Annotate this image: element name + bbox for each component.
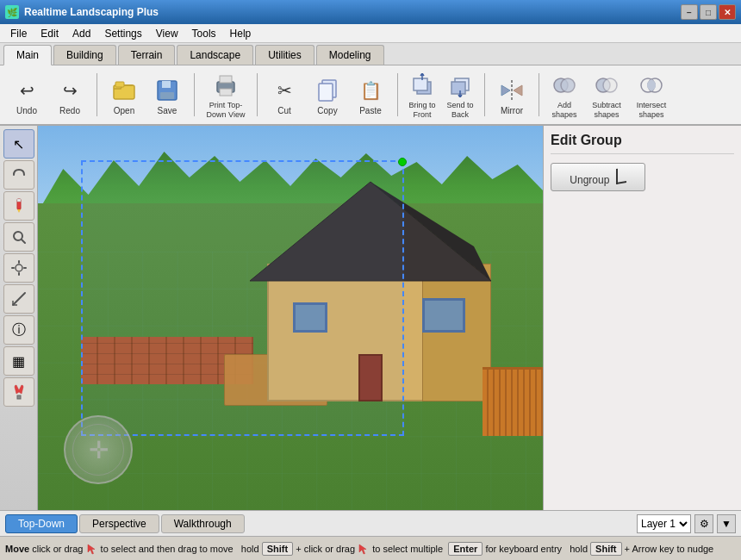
copy-button[interactable]: Copy xyxy=(306,68,349,121)
subtract-shapes-button[interactable]: Subtract shapes xyxy=(584,68,629,121)
subtract-shapes-icon xyxy=(593,72,620,99)
status-text-5: for keyboard entry hold xyxy=(485,544,588,554)
toolbar-group-arrange: Bring to Front Send to Back xyxy=(403,68,479,121)
selection-handle-tr[interactable] xyxy=(398,158,407,166)
shift-key-2: Shift xyxy=(590,542,621,556)
select-tool[interactable]: ↖ xyxy=(3,129,34,159)
toolbar-group-shapes: Add shapes Subtract shapes Intersect sha… xyxy=(545,68,674,121)
cursor-arrow-icon-1 xyxy=(86,543,98,555)
add-shapes-button[interactable]: Add shapes xyxy=(545,68,584,121)
ungroup-label: Ungroup xyxy=(570,174,609,186)
toolbar-sep-4 xyxy=(397,73,398,116)
print-button[interactable]: Print Top-Down View xyxy=(200,68,252,121)
menu-edit[interactable]: Edit xyxy=(34,26,65,41)
ungroup-button[interactable]: Ungroup xyxy=(551,163,645,191)
tab-main[interactable]: Main xyxy=(3,45,52,65)
restore-button[interactable]: □ xyxy=(700,4,717,20)
paste-label: Paste xyxy=(359,106,382,115)
redo-button[interactable]: ↪ Redo xyxy=(48,68,91,121)
view-tabs-bar: Top-Down Perspective Walkthrough Layer 1… xyxy=(0,510,741,536)
tab-bar: Main Building Terrain Landscape Utilitie… xyxy=(0,43,741,65)
cut-button[interactable]: ✂ Cut xyxy=(263,68,306,121)
add-shapes-icon xyxy=(551,72,578,99)
menu-file[interactable]: File xyxy=(3,26,34,41)
compass-arrow: ✛ xyxy=(89,436,109,464)
layer-settings-button[interactable]: ⚙ xyxy=(694,514,713,533)
save-icon xyxy=(153,77,181,104)
toolbar-sep-6 xyxy=(539,73,539,116)
tab-building[interactable]: Building xyxy=(53,45,116,65)
selection-rectangle xyxy=(81,160,404,436)
svg-rect-28 xyxy=(17,395,21,399)
send-to-back-label: Send to Back xyxy=(443,101,477,120)
menu-view[interactable]: View xyxy=(149,26,185,41)
copy-icon xyxy=(314,77,341,104)
info-tool[interactable]: ⓘ xyxy=(3,315,34,345)
measure-tool[interactable] xyxy=(3,284,34,314)
mirror-button[interactable]: Mirror xyxy=(490,68,533,121)
intersect-shapes-icon xyxy=(638,72,665,99)
toolbar-group-undo-redo: ↩ Undo ↪ Redo xyxy=(5,68,91,121)
fill-tool[interactable]: ▦ xyxy=(3,346,34,376)
layer-dropdown-button[interactable]: ▼ xyxy=(717,514,736,533)
window-controls[interactable]: − □ ✕ xyxy=(681,4,736,20)
move-pencil-tool[interactable] xyxy=(3,191,34,221)
status-move-label: Move xyxy=(5,544,29,554)
orbit-tool[interactable] xyxy=(3,160,34,190)
copy-label: Copy xyxy=(317,106,337,115)
layer-selector: Layer 1 Layer 2 Layer 3 ⚙ ▼ xyxy=(637,514,736,533)
svg-rect-6 xyxy=(220,76,232,83)
view-tab-topdown[interactable]: Top-Down xyxy=(5,514,78,533)
open-label: Open xyxy=(114,106,134,115)
pan-tool[interactable] xyxy=(3,253,34,283)
svg-point-17 xyxy=(603,78,617,92)
cut-icon: ✂ xyxy=(271,77,298,104)
menu-add[interactable]: Add xyxy=(65,26,97,41)
tab-terrain[interactable]: Terrain xyxy=(118,45,176,65)
save-button[interactable]: Save xyxy=(146,68,189,121)
app-title: Realtime Landscaping Plus xyxy=(24,6,159,18)
print-icon xyxy=(212,72,240,99)
mirror-label: Mirror xyxy=(501,106,523,115)
menu-tools[interactable]: Tools xyxy=(185,26,223,41)
edit-group-title: Edit Group xyxy=(551,133,734,154)
svg-rect-9 xyxy=(319,84,333,101)
compass-inner: ✛ xyxy=(72,424,124,476)
svg-rect-1 xyxy=(115,82,124,87)
tab-modeling[interactable]: Modeling xyxy=(316,45,384,65)
toolbar-sep-2 xyxy=(194,73,195,116)
menubar: File Edit Add Settings View Tools Help xyxy=(0,24,741,43)
close-button[interactable]: ✕ xyxy=(719,4,736,20)
toolbar-group-print: Print Top-Down View xyxy=(200,68,252,121)
svg-point-15 xyxy=(561,78,575,92)
right-panel: Edit Group Ungroup xyxy=(543,126,741,510)
svg-rect-3 xyxy=(162,81,171,88)
open-button[interactable]: Open xyxy=(103,68,146,121)
toolbar: ↩ Undo ↪ Redo Open Save Print Top-Dow xyxy=(0,65,741,126)
tab-landscape[interactable]: Landscape xyxy=(177,45,253,65)
menu-settings[interactable]: Settings xyxy=(97,26,148,41)
undo-label: Undo xyxy=(16,106,37,115)
bring-to-front-button[interactable]: Bring to Front xyxy=(403,68,441,121)
intersect-shapes-button[interactable]: Intersect shapes xyxy=(629,68,674,121)
status-text-4: to select multiple xyxy=(372,544,448,554)
snap-tool[interactable] xyxy=(3,377,34,407)
print-label: Print Top-Down View xyxy=(202,101,250,120)
toolbar-group-transform: Mirror xyxy=(490,68,533,121)
toolbar-group-clipboard: ✂ Cut Copy 📋 Paste xyxy=(263,68,392,121)
menu-help[interactable]: Help xyxy=(223,26,258,41)
main-area: ↖ ⓘ ▦ xyxy=(0,126,741,510)
canvas-viewport[interactable]: ✛ xyxy=(38,126,543,510)
zoom-tool[interactable] xyxy=(3,222,34,252)
paste-button[interactable]: 📋 Paste xyxy=(349,68,392,121)
layer-dropdown[interactable]: Layer 1 Layer 2 Layer 3 xyxy=(637,514,691,533)
status-move: Move xyxy=(5,544,29,554)
view-tab-perspective[interactable]: Perspective xyxy=(79,514,159,533)
svg-rect-11 xyxy=(414,78,427,90)
save-label: Save xyxy=(158,106,177,115)
tab-utilities[interactable]: Utilities xyxy=(255,45,314,65)
minimize-button[interactable]: − xyxy=(681,4,698,20)
undo-button[interactable]: ↩ Undo xyxy=(5,68,48,121)
view-tab-walkthrough[interactable]: Walkthrough xyxy=(161,514,245,533)
send-to-back-button[interactable]: Send to Back xyxy=(441,68,479,121)
